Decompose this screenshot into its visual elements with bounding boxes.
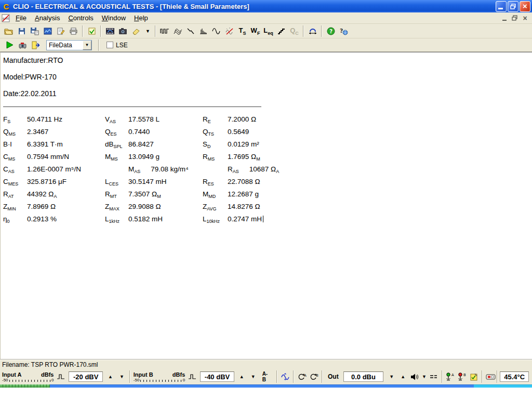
menu-help[interactable]: Help [130, 13, 152, 23]
out-up-button[interactable]: ▲ [397, 371, 408, 382]
input-a-up-button[interactable]: ▲ [105, 371, 116, 382]
sinusoidal-analysis-button[interactable] [210, 25, 223, 37]
mls-analysis-button[interactable] [158, 25, 171, 37]
chevron-down-icon: ▼ [85, 43, 89, 47]
param-label: SD [203, 139, 228, 152]
linearity-steps-button[interactable] [275, 25, 288, 37]
loop-input-b-button[interactable]: B [308, 371, 320, 382]
menu-controls[interactable]: Controls [64, 13, 97, 23]
param-value: 0.7594 mm/N [27, 152, 105, 164]
param-label [203, 164, 228, 177]
param-label: RMS [203, 152, 228, 164]
param-value: 44392 ΩA [27, 189, 105, 202]
settings-pad-icon [470, 373, 478, 381]
input-b-down-button[interactable]: ▼ [248, 371, 259, 382]
save-button[interactable] [15, 25, 28, 37]
export-image-button[interactable] [41, 25, 54, 37]
help-button[interactable]: ? [324, 25, 337, 37]
param-value: 0.5182 mH [128, 214, 203, 227]
link-ab-button[interactable]: A-B [259, 371, 275, 382]
input-b-pulse-button[interactable] [187, 371, 198, 382]
film-icon [105, 27, 115, 35]
go-button[interactable] [3, 39, 16, 51]
up-triangle-icon: ▲ [401, 374, 405, 379]
ts-parameters-button[interactable]: TS [236, 25, 249, 37]
resize-window-button[interactable] [306, 25, 319, 37]
param-value: 325.8716 μF [27, 177, 105, 189]
decay-analysis-button[interactable] [184, 25, 197, 37]
pulse-icon [188, 373, 196, 380]
loop-input-a-button[interactable]: A [296, 371, 308, 382]
param-label: RMT [105, 189, 128, 202]
mic-settings-button[interactable] [469, 371, 480, 382]
eraser-icon [132, 27, 140, 35]
speaker-dropdown-button[interactable]: ▼ [421, 371, 428, 382]
wf-analysis-button[interactable]: WF [249, 25, 262, 37]
export-image-icon [44, 27, 52, 35]
param-label: QMS [3, 127, 27, 139]
notes-button[interactable] [54, 25, 67, 37]
help-online-button[interactable]: ? [337, 25, 350, 37]
param-label: ZMAX [105, 202, 128, 214]
toolbar-separator [321, 25, 322, 37]
mdi-close-button[interactable]: × [521, 14, 529, 22]
mic-b-button[interactable]: B [457, 371, 468, 382]
open-folder-icon [4, 27, 14, 35]
camera-icon [118, 27, 127, 35]
exit-button[interactable] [29, 39, 42, 51]
mdi-restore-button[interactable] [510, 14, 519, 22]
meter-button[interactable] [485, 371, 496, 382]
save-as-button[interactable] [28, 25, 41, 37]
status-bar: Filename: TSP RTO PWR-170.sml [0, 360, 532, 369]
mdi-minimize-button[interactable] [500, 14, 509, 22]
menu-analysis[interactable]: Analysis [31, 13, 64, 23]
toolbar-separator [100, 25, 101, 37]
film-button[interactable] [103, 25, 116, 37]
model-line: Model:PWR-170 [3, 71, 532, 88]
fft-spectrum-icon [199, 27, 208, 35]
input-a-pulse-button[interactable] [55, 371, 66, 382]
snapshot-button[interactable] [116, 25, 129, 37]
sinusoidal-off-button[interactable] [223, 25, 236, 37]
open-button[interactable] [2, 25, 15, 37]
menu-file[interactable]: File [11, 13, 31, 23]
combobox-dropdown-button[interactable]: ▼ [83, 41, 91, 50]
param-value: 0.2913 % [27, 214, 105, 227]
fft-analysis-button[interactable] [197, 25, 210, 37]
generator-button[interactable] [280, 371, 291, 382]
svg-text:A: A [451, 373, 454, 377]
down-triangle-icon: ▼ [251, 374, 256, 379]
param-value: 29.9088 Ω [128, 202, 203, 214]
input-b-unit-label: dBfs [172, 371, 185, 378]
speaker-button[interactable] [409, 371, 420, 382]
minimize-button[interactable] [496, 1, 507, 12]
leq-analysis-button[interactable]: Leq [262, 25, 275, 37]
out-down-button[interactable]: ▼ [386, 371, 397, 382]
mdi-controls: × [500, 14, 531, 22]
input-b-up-button[interactable]: ▲ [236, 371, 247, 382]
menubar: sml File Analysis Controls Window Help × [0, 12, 532, 24]
mic-a-button[interactable]: A [445, 371, 456, 382]
input-a-down-button[interactable]: ▼ [116, 371, 127, 382]
lines-button[interactable] [428, 371, 440, 382]
waterfall-icon [173, 27, 182, 35]
clio-window: C CLIO - ELECTRICAL & ACOUSTICAL TESTS -… [0, 0, 532, 399]
waterfall-analysis-button[interactable] [171, 25, 184, 37]
filedata-combobox[interactable]: FileData ▼ [46, 40, 92, 50]
eraser-button[interactable] [129, 25, 142, 37]
resize-arc-icon [308, 27, 317, 35]
autosave-button[interactable] [16, 39, 29, 51]
param-label: ZAVG [203, 202, 228, 214]
minimize-icon [498, 8, 503, 9]
restore-button[interactable] [508, 1, 518, 12]
menu-window[interactable]: Window [98, 13, 130, 23]
eraser-dropdown-button[interactable]: ▼ [142, 25, 153, 37]
toolbar-separator [82, 25, 83, 37]
scale-ticks [9, 380, 50, 382]
verify-button[interactable] [85, 25, 98, 37]
lse-checkbox[interactable] [107, 42, 113, 48]
close-button[interactable]: × [520, 1, 530, 12]
input-b-block: Input BdBfs -500 [132, 371, 186, 382]
param-label: L1kHz [105, 214, 128, 227]
print-button[interactable] [67, 25, 80, 37]
